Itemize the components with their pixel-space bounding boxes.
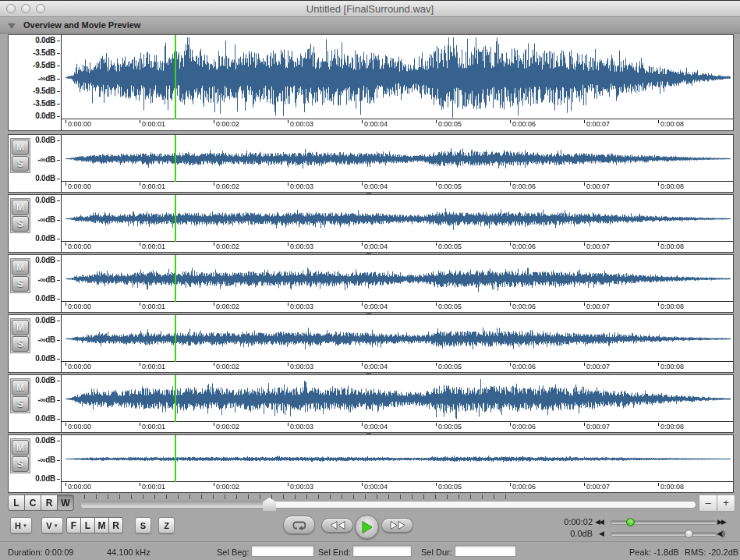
fast-forward-icon bbox=[390, 521, 405, 530]
track-db-scale: 0.0dB-∞dB0.0dB bbox=[9, 255, 61, 312]
time-ruler-label: 0:00:05 bbox=[436, 423, 462, 431]
track-waveform-plot[interactable]: 0:00:000:00:010:00:020:00:030:00:040:00:… bbox=[61, 255, 733, 312]
channel-button-r[interactable]: R bbox=[41, 494, 58, 511]
waveform-canvas[interactable] bbox=[62, 35, 734, 119]
time-ruler[interactable]: 0:00:000:00:010:00:020:00:030:00:040:00:… bbox=[62, 481, 733, 492]
playhead[interactable] bbox=[175, 255, 176, 302]
time-ruler-label: 0:00:08 bbox=[658, 120, 684, 128]
db-scale-label: 0.0dB bbox=[35, 112, 55, 120]
playhead[interactable] bbox=[175, 195, 176, 242]
waveform-canvas[interactable] bbox=[62, 375, 734, 422]
waveform-canvas[interactable] bbox=[62, 315, 734, 362]
position-slider-track[interactable] bbox=[611, 520, 717, 525]
zoom-in-button[interactable]: + bbox=[717, 494, 735, 512]
track-waveform-plot[interactable]: 0:00:000:00:010:00:020:00:030:00:040:00:… bbox=[61, 315, 733, 372]
waveform-canvas[interactable] bbox=[62, 135, 734, 182]
view-button-l[interactable]: L bbox=[80, 517, 95, 533]
volume-max-icon[interactable]: ◀)) bbox=[717, 530, 724, 537]
channel-button-l[interactable]: L bbox=[8, 494, 25, 511]
waveform-canvas[interactable] bbox=[62, 255, 734, 302]
volume-min-icon[interactable]: ◀ bbox=[599, 530, 604, 537]
time-ruler-label: 0:00:02 bbox=[214, 183, 239, 190]
db-scale-label: -∞dB bbox=[37, 74, 55, 83]
playhead[interactable] bbox=[175, 435, 176, 482]
time-ruler-label: 0:00:04 bbox=[362, 183, 388, 190]
track-panel-lfe: MS0.0dB-∞dB0.0dB0:00:000:00:010:00:020:0… bbox=[8, 434, 734, 493]
db-scale-label: -∞dB bbox=[37, 275, 55, 284]
track-panel-surround-left: MS0.0dB-∞dB0.0dB0:00:000:00:010:00:020:0… bbox=[8, 314, 734, 373]
time-ruler-label: 0:00:04 bbox=[362, 303, 388, 310]
db-scale-label: -∞dB bbox=[37, 215, 55, 224]
app-window: Untitled [FinalSurround.wav] Overview an… bbox=[0, 0, 740, 560]
scroll-slider-thumb[interactable] bbox=[263, 498, 276, 511]
time-ruler-label: 0:00:02 bbox=[214, 303, 239, 310]
volume-slider-knob[interactable] bbox=[685, 530, 693, 538]
track-db-scale: 0.0dB-∞dB0.0dB bbox=[9, 435, 61, 492]
volume-slider-track[interactable] bbox=[611, 532, 717, 537]
waveform-canvas[interactable] bbox=[62, 195, 734, 242]
time-ruler[interactable]: 0:00:000:00:010:00:020:00:030:00:040:00:… bbox=[62, 181, 733, 192]
overview-waveform-plot[interactable]: 0:00:000:00:010:00:020:00:030:00:040:00:… bbox=[61, 35, 733, 130]
time-ruler-label: 0:00:02 bbox=[214, 120, 239, 128]
selection-marker bbox=[366, 312, 371, 315]
sel-dur-input[interactable] bbox=[455, 545, 516, 557]
step-forward-icon[interactable]: ▶▶ bbox=[717, 518, 725, 526]
duration-readout: Duration: 0:00:09 bbox=[8, 548, 73, 557]
sel-beg-input[interactable] bbox=[251, 545, 314, 557]
scroll-slider-track[interactable] bbox=[80, 501, 696, 509]
db-scale-label: -9.5dB bbox=[33, 87, 55, 95]
step-back-icon[interactable]: ◀◀ bbox=[595, 518, 603, 526]
zoom-buttons: – + bbox=[699, 494, 735, 512]
track-waveform-plot[interactable]: 0:00:000:00:010:00:020:00:030:00:040:00:… bbox=[61, 135, 733, 192]
track-db-scale: 0.0dB-∞dB0.0dB bbox=[9, 135, 61, 192]
sel-end-input[interactable] bbox=[352, 545, 412, 557]
rms-readout: RMS: -20.2dB bbox=[685, 548, 738, 557]
disclosure-triangle-icon[interactable] bbox=[8, 23, 16, 29]
position-slider-knob[interactable] bbox=[626, 518, 635, 526]
playback-position-readout: 0:00:02 bbox=[530, 517, 593, 526]
time-ruler-label: 0:00:05 bbox=[436, 303, 462, 310]
time-ruler-label: 0:00:06 bbox=[510, 423, 536, 431]
time-ruler-label: 0:00:01 bbox=[140, 183, 165, 190]
track-waveform-plot[interactable]: 0:00:000:00:010:00:020:00:030:00:040:00:… bbox=[61, 195, 733, 252]
title-bar[interactable]: Untitled [FinalSurround.wav] bbox=[0, 0, 740, 17]
time-ruler-label: 0:00:07 bbox=[584, 183, 610, 190]
channel-button-w[interactable]: W bbox=[57, 494, 74, 511]
channel-button-c[interactable]: C bbox=[24, 494, 41, 511]
db-scale-label: -∞dB bbox=[37, 155, 55, 164]
waveform-canvas[interactable] bbox=[62, 435, 734, 482]
playhead[interactable] bbox=[175, 315, 176, 362]
time-ruler-label: 0:00:05 bbox=[436, 363, 462, 370]
time-ruler-label: 0:00:01 bbox=[140, 120, 165, 128]
time-ruler[interactable]: 0:00:000:00:010:00:020:00:030:00:040:00:… bbox=[62, 241, 733, 252]
channel-selector: LCRW bbox=[8, 494, 74, 511]
db-scale-label: 0.0dB bbox=[35, 36, 55, 44]
view-button-m[interactable]: M bbox=[94, 517, 109, 533]
loop-button[interactable] bbox=[283, 516, 315, 534]
vertical-scale-dropdown[interactable]: V▼ bbox=[41, 517, 63, 533]
time-ruler-label: 0:00:01 bbox=[140, 483, 165, 491]
time-ruler-label: 0:00:02 bbox=[214, 483, 239, 491]
view-button-r[interactable]: R bbox=[108, 517, 123, 533]
view-button-f[interactable]: F bbox=[66, 517, 81, 533]
playhead[interactable] bbox=[175, 35, 176, 119]
time-ruler[interactable]: 0:00:000:00:010:00:020:00:030:00:040:00:… bbox=[62, 421, 733, 432]
rewind-button[interactable] bbox=[321, 518, 353, 533]
zoom-out-button[interactable]: – bbox=[699, 494, 717, 512]
db-scale-label: 0.0dB bbox=[35, 474, 55, 483]
time-ruler[interactable]: 0:00:000:00:010:00:020:00:030:00:040:00:… bbox=[62, 119, 733, 130]
select-tool-button[interactable]: S bbox=[135, 517, 151, 533]
playhead[interactable] bbox=[175, 375, 176, 422]
time-ruler-label: 0:00:00 bbox=[66, 483, 91, 491]
horizontal-scale-dropdown[interactable]: H▼ bbox=[10, 517, 32, 533]
track-waveform-plot[interactable]: 0:00:000:00:010:00:020:00:030:00:040:00:… bbox=[61, 435, 733, 492]
track-db-scale: 0.0dB-∞dB0.0dB bbox=[9, 195, 61, 252]
time-ruler[interactable]: 0:00:000:00:010:00:020:00:030:00:040:00:… bbox=[62, 301, 733, 312]
track-waveform-plot[interactable]: 0:00:000:00:010:00:020:00:030:00:040:00:… bbox=[61, 375, 733, 432]
time-ruler[interactable]: 0:00:000:00:010:00:020:00:030:00:040:00:… bbox=[62, 361, 733, 372]
fast-forward-button[interactable] bbox=[381, 518, 413, 533]
time-ruler-label: 0:00:00 bbox=[66, 120, 91, 128]
playhead[interactable] bbox=[175, 135, 176, 182]
play-button[interactable] bbox=[355, 515, 379, 539]
zoom-tool-button[interactable]: Z bbox=[158, 517, 175, 533]
